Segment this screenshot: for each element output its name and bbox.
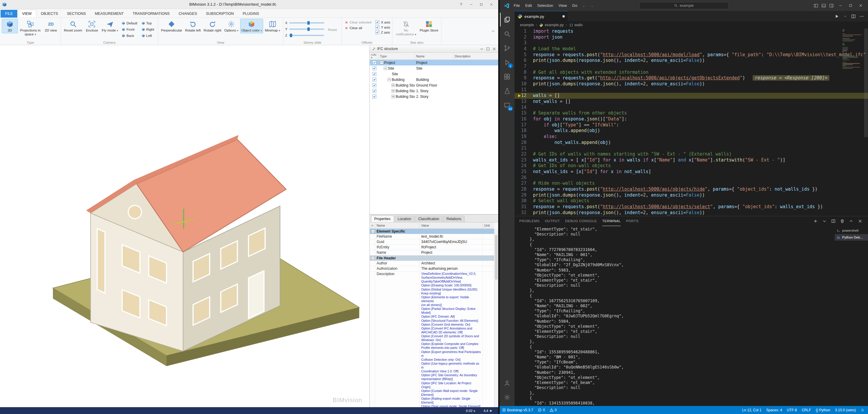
projections-button[interactable]: Projections in space ▾ <box>19 19 42 37</box>
minimap[interactable] <box>842 29 863 69</box>
checkbox[interactable] <box>375 25 379 29</box>
tree-expander[interactable] <box>392 89 395 92</box>
menu-view[interactable]: View <box>556 2 569 9</box>
toggle-secondary-sidebar-icon[interactable] <box>828 2 835 9</box>
panel-tab-debug-console[interactable]: DEBUG CONSOLE <box>565 216 597 226</box>
checkbox[interactable] <box>375 20 379 24</box>
perpendicular-button[interactable]: Perpendicular <box>160 19 183 33</box>
camera-view-default[interactable]: Default <box>120 20 139 26</box>
property-row[interactable]: IfcEntityIfcProject <box>370 245 494 250</box>
maximize-panel-button[interactable] <box>848 218 854 225</box>
ribbon-tab-view[interactable]: VIEW <box>17 9 36 18</box>
camera-view-back[interactable]: Back <box>120 32 139 39</box>
split-terminal-button[interactable] <box>830 218 836 225</box>
status-item-bootstrap-v5-3-7[interactable]: Bootstrap v5.3.7 <box>500 406 535 414</box>
terminal-session-python-deb-[interactable]: Python Deb... <box>835 234 868 241</box>
camera-view-right[interactable]: Right <box>140 26 156 32</box>
properties-tab-classification[interactable]: Classification <box>415 216 443 222</box>
close-button[interactable] <box>856 0 866 11</box>
split-editor-button[interactable] <box>849 12 857 20</box>
properties-tab-relations[interactable]: Relations <box>443 216 465 222</box>
offset-check-z[interactable]: Z axis <box>375 30 390 34</box>
run-python-file-button[interactable] <box>833 12 841 20</box>
tree-checkbox[interactable] <box>372 83 376 87</box>
reset-zoom-button[interactable]: Reset zoom <box>63 19 83 33</box>
enclose-button[interactable]: Enclose <box>84 19 100 33</box>
activity-item-testing[interactable] <box>500 84 514 98</box>
options-button[interactable]: Options ▾ <box>223 19 240 33</box>
menu-selection[interactable]: Selection <box>534 2 556 9</box>
tree-checkbox[interactable] <box>372 61 376 64</box>
menu-file[interactable]: File <box>511 2 523 9</box>
minimize-button[interactable] <box>466 1 476 8</box>
nav-forward-icon[interactable]: → <box>588 3 595 8</box>
slider-handle[interactable] <box>290 34 292 37</box>
property-row[interactable]: NameProject <box>370 250 494 256</box>
editor-scrollbar[interactable] <box>864 29 868 216</box>
property-row[interactable]: AuthorizationThe authorising person <box>370 266 494 271</box>
notifications-button[interactable] <box>858 406 867 414</box>
breadcrumb-item-walls[interactable]: walls <box>569 23 583 27</box>
close-panel-button[interactable] <box>857 218 863 225</box>
menu-edit[interactable]: Edit <box>523 2 534 9</box>
more-actions-button[interactable] <box>858 12 866 20</box>
modified-dot-icon[interactable] <box>562 15 565 18</box>
status-item-utf-8[interactable]: UTF-8 <box>784 406 799 414</box>
maximize-button[interactable] <box>476 1 486 8</box>
ribbon-tab-objects[interactable]: OBJECTS <box>36 10 62 18</box>
panel-close-icon[interactable] <box>492 47 496 51</box>
close-button[interactable] <box>486 1 496 8</box>
camera-view-front[interactable]: Front <box>120 26 139 32</box>
ifc-tree-row[interactable]: SiteSite <box>370 65 498 71</box>
ribbon-tab-sections[interactable]: SECTIONS <box>62 10 90 18</box>
property-group-row[interactable]: File Header <box>370 256 494 261</box>
panel-tab-terminal[interactable]: TERMINAL <box>602 216 621 226</box>
notifications-button[interactable]: No notifications ▾ <box>394 19 418 37</box>
tree-checkbox[interactable] <box>372 78 376 82</box>
camera-view-left[interactable]: Left <box>140 32 156 39</box>
tree-checkbox[interactable] <box>372 95 376 98</box>
ribbon-tab-plugins[interactable]: PLUGINS <box>239 10 264 18</box>
ribbon-tab-measurement[interactable]: MEASUREMENT <box>90 10 128 18</box>
ribbon-tab-transformations[interactable]: TRANSFORMATIONS <box>128 10 174 18</box>
activity-item-search[interactable] <box>500 27 514 41</box>
code-editor[interactable]: 1import requests2import json34# Load the… <box>515 29 868 216</box>
plugin-store-button[interactable]: Plugin Store <box>418 19 440 33</box>
tree-checkbox[interactable] <box>372 72 376 76</box>
minimap-button[interactable]: Minimap ▾ <box>264 19 281 33</box>
scrollbar-thumb[interactable] <box>864 29 868 137</box>
ribbon-tab-subscription[interactable]: SUBSCRIPTION <box>202 10 239 18</box>
status-item-0[interactable]: 0 <box>535 406 547 414</box>
ribbon-tab-file[interactable]: FILE <box>1 10 17 18</box>
terminal-output[interactable]: "ElementType": "et_stair", "Description"… <box>515 226 835 406</box>
breadcrumb-item-example[interactable]: example <box>520 23 534 27</box>
terminal-session-powershell[interactable]: powershell <box>835 227 868 234</box>
rotate-right-button[interactable]: Rotate right <box>203 19 222 33</box>
ifc-tree-row[interactable]: ProjectProject <box>370 60 498 65</box>
run-dropdown-button[interactable] <box>841 12 849 20</box>
property-row[interactable]: FileNametest_model.ifc <box>370 234 494 239</box>
ribbon-collapse-button[interactable] <box>491 29 495 33</box>
tree-expander[interactable] <box>392 84 395 87</box>
ifc-tree-row[interactable]: Building Storey2. Story <box>370 94 498 99</box>
slider-handle[interactable] <box>307 27 310 31</box>
activity-item-run-debug[interactable]: 1 <box>500 56 514 69</box>
status-item--python[interactable]: {} Python <box>813 406 833 414</box>
offset-check-y[interactable]: Y axis <box>375 25 390 29</box>
rotate-left-button[interactable]: Rotate left <box>184 19 202 33</box>
view-3d-button[interactable]: 3D <box>2 19 18 33</box>
ifc-tree-row[interactable]: Building StoreyGround Floor <box>370 82 498 88</box>
tree-expander[interactable] <box>392 95 395 98</box>
activity-item-chat[interactable]: 22 <box>500 98 514 112</box>
tree-expander[interactable] <box>384 67 387 70</box>
group-expander[interactable] <box>371 256 375 260</box>
status-item-3-10-0-venv-[interactable]: 3.10.0 (venv) <box>833 406 858 414</box>
properties-tab-properties[interactable]: Properties <box>371 216 394 222</box>
slider-track[interactable] <box>289 29 324 30</box>
property-row[interactable]: Guid34407vICcwH8qAEmxJDjSU <box>370 239 494 245</box>
properties-tab-location[interactable]: Location <box>395 216 414 222</box>
activity-item-source-control[interactable] <box>500 41 514 55</box>
3d-viewport[interactable]: BIMvision <box>0 45 370 407</box>
activity-item-extensions[interactable] <box>500 70 514 84</box>
group-expander[interactable] <box>371 230 375 233</box>
